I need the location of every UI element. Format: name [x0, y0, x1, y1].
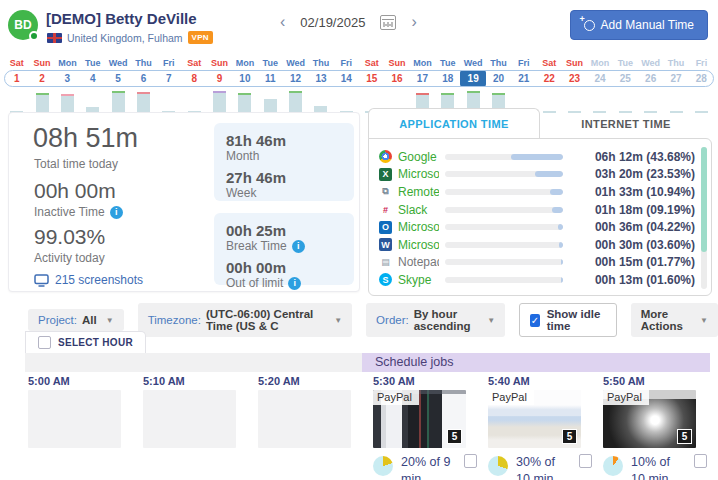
- info-icon[interactable]: i: [110, 206, 123, 219]
- app-usage-time: 00h 15m (01.77%): [569, 255, 695, 269]
- empty-screenshot-placeholder: [258, 390, 351, 448]
- calendar-day[interactable]: Sat 1: [4, 57, 29, 113]
- calendar-day[interactable]: Sun 16: [384, 57, 409, 113]
- info-icon[interactable]: i: [288, 277, 301, 290]
- day-number[interactable]: 28: [689, 70, 714, 87]
- day-activity-bar: [61, 94, 74, 113]
- day-number[interactable]: 13: [308, 70, 333, 87]
- day-number[interactable]: 4: [80, 70, 105, 87]
- project-filter-dropdown[interactable]: Project: All ▼: [28, 309, 124, 331]
- day-number[interactable]: 7: [156, 70, 181, 87]
- day-number[interactable]: 10: [232, 70, 257, 87]
- calendar-day[interactable]: Thu 13: [308, 57, 333, 113]
- select-hour-toggle[interactable]: SELECT HOUR: [25, 331, 146, 353]
- screenshot-thumbnail[interactable]: PayPal 5: [603, 390, 696, 448]
- current-date[interactable]: 02/19/2025: [300, 15, 365, 30]
- day-number[interactable]: 16: [384, 70, 409, 87]
- screenshot-thumbnail[interactable]: PayPal 5: [373, 390, 466, 448]
- calendar-day[interactable]: Mon 24: [587, 57, 612, 113]
- day-number[interactable]: 8: [182, 70, 207, 87]
- day-number[interactable]: 11: [258, 70, 283, 87]
- day-name: Mon: [591, 57, 610, 70]
- order-filter-dropdown[interactable]: Order: By hour ascending ▼: [366, 303, 505, 337]
- calendar-day[interactable]: Thu 20: [486, 57, 511, 113]
- date-navigation: ‹ 02/19/2025 ›: [280, 13, 417, 31]
- day-number[interactable]: 21: [511, 70, 536, 87]
- day-number[interactable]: 24: [587, 70, 612, 87]
- more-actions-dropdown[interactable]: More Actions ▼: [631, 303, 718, 337]
- calendar-day[interactable]: Tue 18: [435, 57, 460, 113]
- screenshot-thumbnail[interactable]: PayPal 5: [488, 390, 581, 448]
- day-number[interactable]: 9: [207, 70, 232, 87]
- day-number[interactable]: 18: [435, 70, 460, 87]
- calendar-day[interactable]: Fri 14: [334, 57, 359, 113]
- calendar-day[interactable]: Wed 19: [460, 57, 485, 113]
- calendar-day[interactable]: Mon 3: [55, 57, 80, 113]
- day-number[interactable]: 1: [4, 70, 29, 87]
- screenshot-slot: 5:20 AM: [258, 375, 370, 448]
- day-name: Fri: [163, 57, 175, 70]
- calendar-day[interactable]: Tue 25: [613, 57, 638, 113]
- calendar-day[interactable]: Sun 9: [207, 57, 232, 113]
- tab-internet-time[interactable]: INTERNET TIME: [540, 109, 712, 139]
- day-number[interactable]: 14: [334, 70, 359, 87]
- day-activity-bar-area: [55, 87, 80, 113]
- scrollbar-track[interactable]: [701, 147, 707, 289]
- next-day-button[interactable]: ›: [411, 13, 416, 31]
- app-icon: S: [379, 273, 392, 286]
- day-number[interactable]: 19: [460, 70, 485, 87]
- calendar-day[interactable]: Fri 7: [156, 57, 181, 113]
- slot-checkbox[interactable]: [579, 454, 592, 468]
- day-number[interactable]: 5: [105, 70, 130, 87]
- slot-time-label: 5:20 AM: [258, 375, 370, 389]
- scrollbar-thumb[interactable]: [701, 147, 707, 252]
- tab-application-time[interactable]: APPLICATION TIME: [368, 108, 540, 139]
- timezone-filter-dropdown[interactable]: Timezone: (UTC-06:00) Central Time (US &…: [138, 303, 352, 337]
- calendar-day[interactable]: Sat 22: [537, 57, 562, 113]
- calendar-day[interactable]: Thu 6: [131, 57, 156, 113]
- calendar-icon[interactable]: [380, 15, 396, 30]
- calendar-day[interactable]: Thu 27: [663, 57, 688, 113]
- calendar-day[interactable]: Wed 5: [105, 57, 130, 113]
- calendar-day[interactable]: Sat 15: [359, 57, 384, 113]
- chevron-down-icon: ▼: [700, 316, 708, 325]
- calendar-day[interactable]: Sun 23: [562, 57, 587, 113]
- calendar-day[interactable]: Fri 28: [689, 57, 714, 113]
- day-number[interactable]: 22: [537, 70, 562, 87]
- day-number[interactable]: 12: [283, 70, 308, 87]
- calendar-day[interactable]: Sat 8: [182, 57, 207, 113]
- day-name: Wed: [464, 57, 483, 70]
- show-idle-time-toggle[interactable]: ✓ Show idle time: [519, 303, 617, 337]
- checkbox-empty-icon[interactable]: [38, 336, 51, 349]
- break-limit-card: 00h 25m Break Time i 00h 00m Out of limi…: [214, 213, 354, 285]
- app-usage-fill: [558, 224, 563, 230]
- prev-day-button[interactable]: ‹: [280, 13, 285, 31]
- checkbox-checked-icon[interactable]: ✓: [530, 314, 540, 327]
- app-usage-track: [445, 242, 563, 248]
- day-number[interactable]: 23: [562, 70, 587, 87]
- day-number[interactable]: 25: [613, 70, 638, 87]
- calendar-day[interactable]: Mon 10: [232, 57, 257, 113]
- day-activity-bar-area: [80, 87, 105, 113]
- calendar-day[interactable]: Tue 11: [258, 57, 283, 113]
- slot-checkbox[interactable]: [464, 454, 477, 468]
- day-number[interactable]: 2: [29, 70, 54, 87]
- day-number[interactable]: 27: [663, 70, 688, 87]
- day-number[interactable]: 6: [131, 70, 156, 87]
- day-number[interactable]: 20: [486, 70, 511, 87]
- app-usage-fill: [561, 277, 563, 283]
- day-number[interactable]: 15: [359, 70, 384, 87]
- calendar-day[interactable]: Mon 17: [410, 57, 435, 113]
- slot-checkbox[interactable]: [694, 454, 707, 468]
- calendar-day[interactable]: Wed 26: [638, 57, 663, 113]
- day-number[interactable]: 17: [410, 70, 435, 87]
- calendar-day[interactable]: Fri 21: [511, 57, 536, 113]
- calendar-day[interactable]: Tue 4: [80, 57, 105, 113]
- add-manual-time-button[interactable]: Add Manual Time: [570, 10, 708, 40]
- info-icon[interactable]: i: [292, 240, 305, 253]
- calendar-day[interactable]: Sun 2: [29, 57, 54, 113]
- day-number[interactable]: 26: [638, 70, 663, 87]
- calendar-day[interactable]: Wed 12: [283, 57, 308, 113]
- screenshots-link[interactable]: 215 screenshots: [34, 273, 143, 287]
- day-number[interactable]: 3: [55, 70, 80, 87]
